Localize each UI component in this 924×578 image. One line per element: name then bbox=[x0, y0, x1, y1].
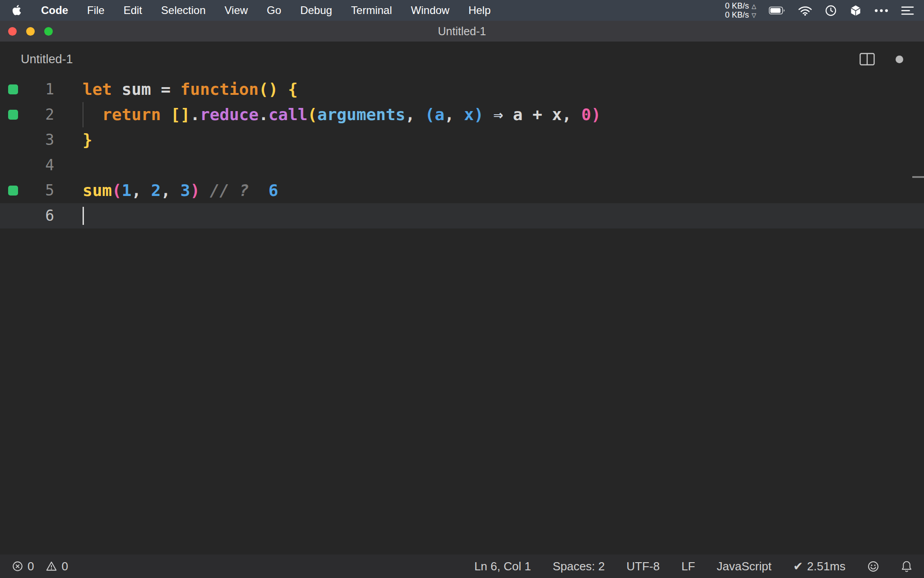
line-number: 1 bbox=[0, 77, 54, 102]
scrollbar-mark bbox=[912, 176, 924, 178]
menu-items: CodeFileEditSelectionViewGoDebugTerminal… bbox=[41, 4, 491, 17]
quokka-perf[interactable]: ✔ 2.51ms bbox=[793, 559, 845, 573]
menu-item-debug[interactable]: Debug bbox=[300, 4, 332, 17]
cube-icon[interactable] bbox=[850, 5, 862, 17]
status-bar: 0 0 Ln 6, Col 1 Spaces: 2 UTF-8 LF JavaS… bbox=[0, 555, 924, 578]
warning-triangle-icon bbox=[46, 560, 57, 572]
line-number: 6 bbox=[0, 203, 54, 228]
upload-arrow-icon: △ bbox=[752, 3, 756, 9]
eol-selector[interactable]: LF bbox=[681, 559, 695, 573]
editor-header: Untitled-1 bbox=[0, 42, 924, 77]
line-number: 2 bbox=[0, 102, 54, 127]
window-titlebar: Untitled-1 bbox=[0, 21, 924, 42]
encoding[interactable]: UTF-8 bbox=[627, 559, 660, 573]
code-text: return [].reduce.call(arguments, (a, x) … bbox=[83, 102, 601, 127]
language-mode[interactable]: JavaScript bbox=[717, 559, 772, 573]
error-circle-icon bbox=[12, 560, 23, 572]
code-text: } bbox=[83, 127, 92, 153]
traffic-lights bbox=[0, 27, 53, 36]
code-line-2[interactable]: 2 return [].reduce.call(arguments, (a, x… bbox=[0, 102, 924, 127]
error-count: 0 bbox=[28, 559, 34, 573]
statusbar-right-group: Ln 6, Col 1 Spaces: 2 UTF-8 LF JavaScrip… bbox=[474, 559, 912, 573]
editor-actions bbox=[859, 53, 903, 65]
code-lines: 1let sum = function() {2 return [].reduc… bbox=[0, 77, 924, 228]
check-icon: ✔ bbox=[793, 559, 803, 573]
editor: Untitled-1 1let sum = function() {2 retu… bbox=[0, 42, 924, 555]
clock-icon[interactable] bbox=[825, 5, 837, 17]
zoom-button[interactable] bbox=[44, 27, 53, 36]
unsaved-indicator-dot[interactable] bbox=[896, 56, 903, 63]
code-line-5[interactable]: 5sum(1, 2, 3) // ? 6 bbox=[0, 178, 924, 203]
line-number: 5 bbox=[0, 178, 54, 203]
problems-group: 0 0 bbox=[12, 559, 68, 573]
code-line-3[interactable]: 3} bbox=[0, 127, 924, 153]
menu-item-code[interactable]: Code bbox=[41, 4, 68, 17]
quokka-time: 2.51ms bbox=[807, 559, 845, 573]
split-editor-icon[interactable] bbox=[859, 53, 875, 65]
menu-item-selection[interactable]: Selection bbox=[161, 4, 206, 17]
menu-item-file[interactable]: File bbox=[87, 4, 105, 17]
notifications-bell-icon[interactable] bbox=[901, 560, 912, 573]
download-speed: 0 KB/s bbox=[725, 10, 749, 19]
menu-bar: CodeFileEditSelectionViewGoDebugTerminal… bbox=[0, 0, 924, 21]
code-line-6[interactable]: 6 bbox=[0, 203, 924, 228]
menu-item-edit[interactable]: Edit bbox=[124, 4, 142, 17]
menubar-status-area: 0 KB/s △ 0 KB/s ▽ bbox=[725, 1, 914, 19]
problems-errors[interactable]: 0 bbox=[12, 559, 34, 573]
code-text: sum(1, 2, 3) // ? 6 bbox=[83, 178, 278, 203]
code-line-4[interactable]: 4 bbox=[0, 153, 924, 178]
problems-warnings[interactable]: 0 bbox=[46, 559, 68, 573]
window-title: Untitled-1 bbox=[0, 25, 924, 38]
list-icon[interactable] bbox=[901, 5, 914, 16]
menu-item-terminal[interactable]: Terminal bbox=[351, 4, 392, 17]
line-number: 4 bbox=[0, 153, 54, 178]
menu-item-go[interactable]: Go bbox=[267, 4, 281, 17]
network-speed-indicator[interactable]: 0 KB/s △ 0 KB/s ▽ bbox=[725, 1, 756, 19]
code-text: let sum = function() { bbox=[83, 77, 298, 102]
tab-label[interactable]: Untitled-1 bbox=[21, 52, 73, 66]
battery-icon[interactable] bbox=[769, 6, 785, 15]
menu-item-help[interactable]: Help bbox=[468, 4, 490, 17]
menu-item-window[interactable]: Window bbox=[411, 4, 449, 17]
ellipsis-icon[interactable] bbox=[874, 9, 888, 13]
text-cursor bbox=[83, 207, 84, 225]
warning-count: 0 bbox=[61, 559, 68, 573]
code-line-1[interactable]: 1let sum = function() { bbox=[0, 77, 924, 102]
download-arrow-icon: ▽ bbox=[752, 12, 756, 18]
feedback-smiley-icon[interactable] bbox=[867, 560, 879, 573]
close-button[interactable] bbox=[8, 27, 17, 36]
indentation[interactable]: Spaces: 2 bbox=[553, 559, 605, 573]
apple-menu-icon[interactable] bbox=[12, 5, 21, 16]
minimize-button[interactable] bbox=[26, 27, 35, 36]
line-number: 3 bbox=[0, 127, 54, 153]
upload-speed: 0 KB/s bbox=[725, 1, 749, 10]
wifi-icon[interactable] bbox=[798, 5, 812, 16]
menu-item-view[interactable]: View bbox=[225, 4, 248, 17]
cursor-position[interactable]: Ln 6, Col 1 bbox=[474, 559, 531, 573]
